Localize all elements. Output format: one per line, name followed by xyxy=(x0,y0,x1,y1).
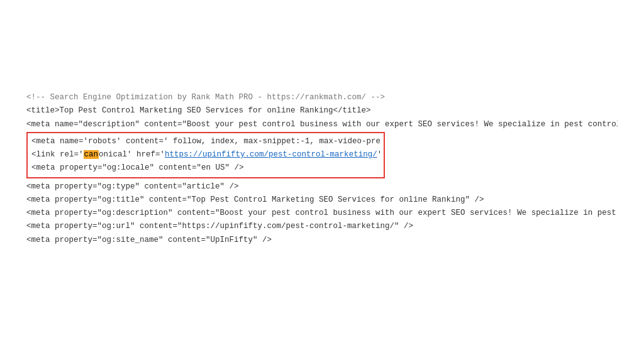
title-tag: <title>Top Pest Control Marketing SEO Se… xyxy=(26,106,371,115)
og-title-tag: <meta property="og:title" content="Top P… xyxy=(26,195,484,204)
og-url-line: <meta property="og:url" content="https:/… xyxy=(26,220,618,233)
canonical-suffix: onical' href=' xyxy=(99,150,165,159)
canonical-line: <link rel='canonical' href='https://upin… xyxy=(31,148,380,161)
robots-tag: <meta name='robots' content=' follow, in… xyxy=(31,137,380,146)
og-site-tag: <meta property="og:site_name" content="U… xyxy=(26,236,272,244)
highlighted-block: <meta name='robots' content=' follow, in… xyxy=(26,132,385,178)
robots-line: <meta name='robots' content=' follow, in… xyxy=(31,135,380,148)
canonical-end: ' /> xyxy=(377,150,380,159)
og-title-line: <meta property="og:title" content="Top P… xyxy=(26,194,618,207)
og-site-line: <meta property="og:site_name" content="U… xyxy=(26,234,618,247)
og-type-line: <meta property="og:type" content="articl… xyxy=(26,180,618,194)
code-viewer: <!-- Search Engine Optimization by Rank … xyxy=(20,79,624,259)
canonical-highlight: can xyxy=(84,150,99,159)
locale-line: <meta property="og:locale" content="en U… xyxy=(31,161,380,175)
comment-text: <!-- Search Engine Optimization by Rank … xyxy=(26,93,385,102)
comment-line: <!-- Search Engine Optimization by Rank … xyxy=(26,91,618,104)
title-line: <title>Top Pest Control Marketing SEO Se… xyxy=(26,104,618,117)
description-tag: <meta name="description" content="Boost … xyxy=(26,120,618,129)
og-desc-tag: <meta property="og:description" content=… xyxy=(26,209,618,217)
locale-tag: <meta property="og:locale" content="en U… xyxy=(31,163,244,172)
canonical-url: https://upinfifty.com/pest-control-marke… xyxy=(165,150,377,159)
canonical-prefix: link rel=' xyxy=(36,150,84,159)
og-url-tag: <meta property="og:url" content="https:/… xyxy=(26,222,413,231)
og-type-tag: <meta property="og:type" content="articl… xyxy=(26,182,239,191)
og-desc-line: <meta property="og:description" content=… xyxy=(26,207,618,220)
description-line: <meta name="description" content="Boost … xyxy=(26,118,618,131)
canonical-tag: <link rel='canonical' href='https://upin… xyxy=(31,150,380,159)
